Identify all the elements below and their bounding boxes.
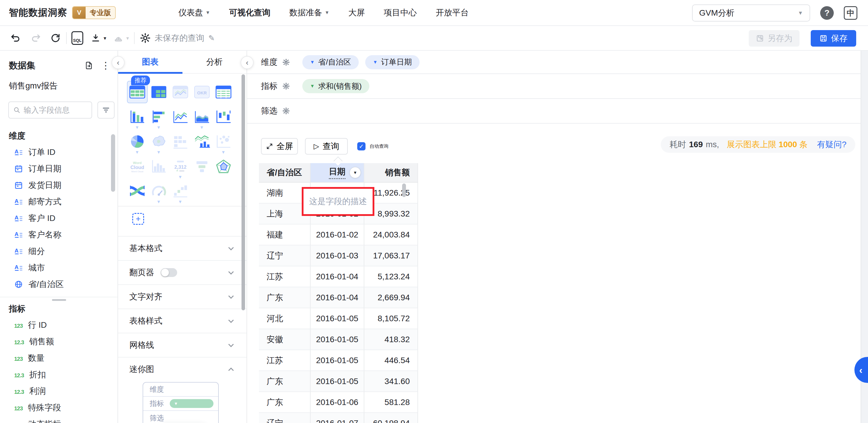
rename-pencil-icon[interactable]: ✎ [209, 34, 215, 43]
more-options-kebab-icon[interactable]: ⋮ [101, 61, 111, 70]
measure-field[interactable]: 123数量 [0, 350, 118, 366]
word-cloud-chart-icon[interactable]: WordCloudWord Cloud [126, 154, 148, 179]
dimension-field[interactable]: A客户名称 [0, 227, 118, 243]
measure-field[interactable]: 123行 ID [0, 317, 118, 333]
dimension-field[interactable]: A客户 ID [0, 210, 118, 227]
shelf-gear-icon[interactable] [282, 82, 290, 90]
measure-field[interactable]: 12.3折扣 [0, 366, 118, 383]
dimension-chip[interactable]: ▼订单日期 [365, 55, 420, 69]
measure-field[interactable]: 12.3利润 [0, 383, 118, 399]
download-icon[interactable] [89, 32, 102, 44]
detail-table-icon[interactable] [213, 79, 234, 104]
format-accordion: 基本格式翻页器文字对齐表格样式网格线迷你图 [118, 236, 247, 381]
section-6-header[interactable]: 迷你图 [118, 357, 247, 381]
menu-item-5[interactable]: 项目中心 [384, 7, 417, 18]
undo-icon[interactable] [9, 32, 22, 44]
shelf-gear-icon[interactable] [282, 107, 290, 115]
auto-query-checkbox[interactable]: ✓ [357, 142, 366, 151]
toggle-knob [161, 269, 169, 276]
shelf-gear-icon[interactable] [282, 58, 290, 66]
dataset-name[interactable]: 销售gmv报告 [9, 80, 118, 92]
switch-dataset-icon[interactable] [85, 61, 93, 70]
dimension-field[interactable]: A城市 [0, 260, 118, 276]
horizontal-bar-chart-icon[interactable]: ▼ [148, 104, 169, 129]
trend-card-icon[interactable] [169, 79, 191, 104]
language-icon[interactable]: 中 [844, 6, 857, 20]
map-chart-icon[interactable]: ▼ [148, 129, 169, 154]
auto-query-checkbox-wrap[interactable]: ✓ 自动查询 [357, 142, 389, 151]
sql-mode-icon[interactable]: SQL [71, 32, 84, 44]
cross-table-icon[interactable] [148, 79, 169, 104]
sankey-chart-icon[interactable] [126, 179, 148, 203]
workspace-select-value: GVM分析 [699, 7, 735, 19]
line-chart-icon[interactable] [169, 104, 191, 129]
province-cell: 广东 [259, 287, 311, 308]
download-caret-icon[interactable]: ▼ [103, 36, 107, 41]
measure-field[interactable]: 123动态指标 [0, 416, 118, 423]
dimension-chip[interactable]: ▼省/自治区 [302, 55, 359, 69]
query-settings-gear-icon[interactable] [139, 32, 152, 44]
help-icon[interactable]: ? [820, 6, 834, 20]
save-as-button[interactable]: 另存为 [749, 30, 800, 46]
line-bar-combo-chart-icon[interactable] [191, 129, 213, 154]
funnel-chart-icon[interactable] [191, 154, 213, 179]
run-query-button[interactable]: ▷ 查询 [305, 138, 348, 155]
range-bar-chart-icon[interactable] [213, 104, 234, 129]
collapse-config-panel-icon[interactable]: ‹ [241, 56, 254, 69]
table-scrollbar[interactable] [402, 184, 406, 197]
section-1-header[interactable]: 基本格式 [118, 236, 247, 260]
tab-chart[interactable]: 图表 [118, 51, 182, 73]
sidebar-scrollbar[interactable] [111, 134, 115, 192]
chevron-up-icon [228, 367, 234, 373]
menu-item-3[interactable]: 数据准备▼ [289, 7, 330, 18]
okr-card-icon[interactable]: OKR [191, 79, 213, 104]
dimension-field[interactable]: 省/自治区 [0, 276, 118, 293]
pie-chart-icon[interactable]: ▼ [126, 129, 148, 154]
measure-field[interactable]: 12.3销售额 [0, 333, 118, 350]
radar-chart-icon[interactable] [213, 154, 234, 179]
add-chart-button[interactable]: + [132, 213, 144, 225]
save-button[interactable]: 保存 [811, 30, 856, 46]
matrix-chart-icon[interactable] [169, 129, 191, 154]
menu-item-2[interactable]: 可视化查询 [229, 7, 271, 18]
kpi-card-icon[interactable]: 2,312▼ [169, 154, 191, 179]
dimension-field[interactable]: A细分 [0, 243, 118, 260]
bar-chart-icon[interactable]: ▼ [126, 104, 148, 129]
field-search-input[interactable] [24, 106, 86, 115]
fullscreen-button[interactable]: 全屏 [261, 138, 298, 155]
section-4-header[interactable]: 表格样式 [118, 308, 247, 333]
dimension-field[interactable]: 发货日期 [0, 177, 118, 194]
area-chart-icon[interactable]: ▼ [191, 104, 213, 129]
section-resize-handle[interactable] [52, 299, 66, 301]
waterfall-chart-icon[interactable]: ▼ [169, 179, 191, 203]
chevron-down-icon[interactable]: ▼ [178, 199, 182, 204]
scatter-chart-icon[interactable]: ▼ [213, 129, 234, 154]
dimension-field[interactable]: A订单 ID [0, 144, 118, 160]
field-search-box[interactable] [8, 101, 92, 119]
chevron-down-icon[interactable]: ▼ [156, 199, 161, 204]
menu-item-4[interactable]: 大屏 [348, 7, 365, 18]
panel-scrollbar[interactable] [242, 74, 245, 310]
menu-item-1[interactable]: 仪表盘▼ [178, 7, 210, 18]
refresh-icon[interactable] [49, 32, 62, 44]
workspace-select[interactable]: GVM分析 ▼ [692, 4, 810, 22]
section-2-header[interactable]: 翻页器 [118, 260, 247, 284]
redo-icon[interactable] [30, 32, 42, 44]
menu-item-6[interactable]: 开放平台 [436, 7, 469, 18]
measure-chip[interactable]: ▼求和(销售额) [302, 79, 369, 93]
svg-text:Cloud: Cloud [130, 165, 144, 170]
question-link[interactable]: 有疑问? [817, 139, 846, 150]
dimension-field[interactable]: 订单日期 [0, 160, 118, 177]
pager-toggle[interactable] [161, 268, 177, 277]
date-header-dropdown-icon[interactable]: ▼ [349, 167, 361, 178]
section-5-header[interactable]: 网格线 [118, 333, 247, 357]
field-filter-icon[interactable] [97, 101, 115, 119]
histogram-chart-icon[interactable] [148, 154, 169, 179]
measure-field[interactable]: 123特殊字段 [0, 399, 118, 416]
dimension-field[interactable]: A邮寄方式 [0, 194, 118, 210]
section-3-header[interactable]: 文字对齐 [118, 284, 247, 308]
tab-analysis[interactable]: 分析 [182, 51, 247, 73]
gauge-chart-icon[interactable]: ▼ [148, 179, 169, 203]
collapse-sidebar-icon[interactable]: ‹ [112, 56, 125, 69]
summary-table-icon[interactable]: 推荐 [126, 79, 148, 104]
